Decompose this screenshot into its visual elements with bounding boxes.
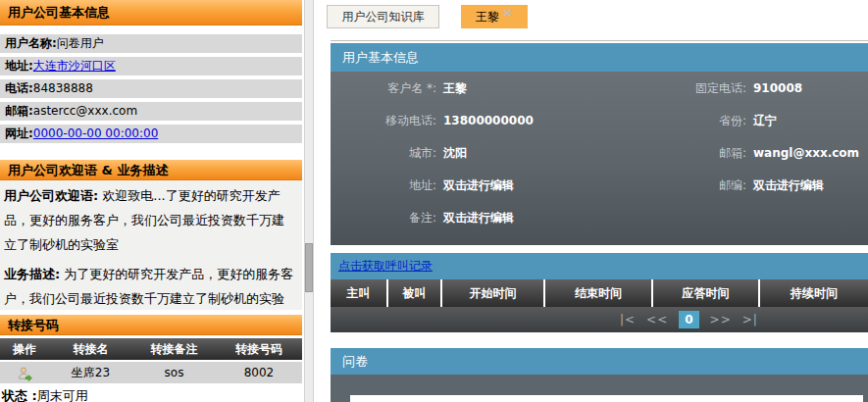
customer-name-value[interactable]: 王黎 <box>443 73 467 105</box>
pager-next-button[interactable]: >> <box>710 313 732 327</box>
company-phone-row: 电话:84838888 <box>0 79 302 98</box>
company-phone-label: 电话: <box>5 81 33 95</box>
welcome-label: 用户公司欢迎语: <box>4 188 98 203</box>
fixed-phone-label: 固定电话: <box>625 73 746 105</box>
field-zipcode: 邮编: 双击进行编辑 <box>625 170 868 202</box>
company-name-value: 问卷用户 <box>57 36 104 50</box>
tab-customer-wangli[interactable]: 王黎× <box>461 5 528 28</box>
company-address-link[interactable]: 大连市沙河口区 <box>33 59 116 73</box>
transfer-section-header: 转接号码 <box>0 315 302 335</box>
crm-screen: 用户公司基本信息 用户名称:问卷用户 地址:大连市沙河口区 电话:8483888… <box>0 0 868 402</box>
user-info-title: 用户基本信息 <box>342 50 419 65</box>
fetch-call-records-link[interactable]: 点击获取呼叫记录 <box>338 259 433 273</box>
field-address: 地址: 双击进行编辑 <box>331 170 625 202</box>
welcome-description-area: 用户公司欢迎语: 欢迎致电...了更好的研究开发产品，更好的服务客户，我们公司最… <box>0 180 302 310</box>
company-website-label: 网址: <box>5 126 33 140</box>
transfer-col-number: 转接号码 <box>216 338 302 360</box>
user-info-row: 地址: 双击进行编辑 邮编: 双击进行编辑 <box>331 170 868 202</box>
user-info-header: 用户基本信息 <box>331 43 868 72</box>
transfer-note-cell: sos <box>132 362 216 383</box>
remark-value[interactable]: 双击进行编辑 <box>443 202 514 234</box>
field-city: 城市: 沈阳 <box>331 137 625 170</box>
city-label: 城市: <box>331 137 436 170</box>
pager-current-page[interactable]: 0 <box>679 311 698 328</box>
col-duration: 持续时间 <box>758 279 868 307</box>
company-info-header: 用户公司基本信息 <box>0 0 302 25</box>
col-end-time: 结束时间 <box>543 279 651 307</box>
tab-company-knowledge-label: 用户公司知识库 <box>342 10 425 24</box>
email-value[interactable]: wangl@xxx.com <box>753 137 859 170</box>
business-paragraph: 业务描述: 为了更好的研究开发产品，更好的服务客户，我们公司最近投资数千万建立了… <box>4 262 294 310</box>
fixed-phone-value[interactable]: 910008 <box>753 73 802 105</box>
transfer-section-title: 转接号码 <box>8 318 59 332</box>
business-label: 业务描述: <box>4 267 60 281</box>
scrollbar-thumb[interactable] <box>305 243 313 292</box>
user-info-row: 备注: 双击进行编辑 <box>331 202 868 234</box>
transfer-col-note: 转接备注 <box>132 338 216 360</box>
remark-label: 备注: <box>331 202 436 234</box>
transfer-status-line: 状态 :周末可用 <box>0 387 302 402</box>
customer-name-label: 客户名 *: <box>331 73 436 105</box>
company-website-link[interactable]: 0000-00-00 00:00:00 <box>33 126 158 140</box>
company-email-label: 邮箱: <box>5 104 33 118</box>
field-email: 邮箱: wangl@xxx.com <box>625 137 868 170</box>
company-name-row: 用户名称:问卷用户 <box>0 34 302 53</box>
call-records-bar: 点击获取呼叫记录 <box>331 253 868 279</box>
company-info-title: 用户公司基本信息 <box>8 5 110 20</box>
questionnaire-content <box>350 395 863 402</box>
user-info-row: 移动电话: 13800000000 省份: 辽宁 <box>331 105 868 137</box>
company-address-label: 地址: <box>5 59 33 73</box>
address-value[interactable]: 双击进行编辑 <box>443 170 514 202</box>
questionnaire-title: 问卷 <box>342 354 368 369</box>
field-remark: 备注: 双击进行编辑 <box>331 202 625 234</box>
company-name-label: 用户名称: <box>5 36 57 50</box>
transfer-col-action: 操作 <box>0 338 49 360</box>
welcome-section-title: 用户公司欢迎语 & 业务描述 <box>8 163 168 177</box>
call-records-table-header: 主叫 被叫 开始时间 结束时间 应答时间 持续时间 <box>331 279 868 307</box>
user-go-icon[interactable] <box>17 366 32 381</box>
transfer-action-cell <box>0 362 49 383</box>
call-records-pager-row: |< << 0 >> >| <box>331 307 868 332</box>
pager-prev-button[interactable]: << <box>646 313 668 327</box>
province-value[interactable]: 辽宁 <box>753 105 777 137</box>
status-label: 状态 : <box>2 388 37 402</box>
col-callee: 被叫 <box>386 279 440 307</box>
user-info-panel: 用户基本信息 客户名 *: 王黎 固定电话: 910008 移动电话: 1380… <box>331 43 868 245</box>
transfer-number-cell: 8002 <box>216 362 302 383</box>
company-email-row: 邮箱:astercc@xxx.com <box>0 102 302 121</box>
tab-company-knowledge[interactable]: 用户公司知识库 <box>327 5 439 28</box>
transfer-name-cell: 坐席23 <box>49 362 132 383</box>
user-info-body: 客户名 *: 王黎 固定电话: 910008 移动电话: 13800000000… <box>331 72 868 245</box>
tab-customer-label: 王黎 <box>476 10 499 24</box>
welcome-section-header: 用户公司欢迎语 & 业务描述 <box>0 160 302 180</box>
col-start-time: 开始时间 <box>440 279 543 307</box>
province-label: 省份: <box>625 105 746 137</box>
pager-first-button[interactable]: |< <box>620 313 636 327</box>
city-value[interactable]: 沈阳 <box>443 137 467 170</box>
transfer-table-row: 坐席23 sos 8002 <box>0 362 302 383</box>
zipcode-value[interactable]: 双击进行编辑 <box>753 170 824 202</box>
field-customer-name: 客户名 *: 王黎 <box>331 73 625 105</box>
col-caller: 主叫 <box>331 279 386 307</box>
welcome-paragraph: 用户公司欢迎语: 欢迎致电...了更好的研究开发产品，更好的服务客户，我们公司最… <box>4 183 294 257</box>
close-icon[interactable]: × <box>502 5 513 20</box>
mobile-phone-value[interactable]: 13800000000 <box>443 105 534 137</box>
call-records-panel: 点击获取呼叫记录 主叫 被叫 开始时间 结束时间 应答时间 持续时间 |< <<… <box>331 253 868 332</box>
questionnaire-body <box>331 375 868 402</box>
content-divider <box>331 40 868 41</box>
pager-last-button[interactable]: >| <box>742 313 758 327</box>
pagination: |< << 0 >> >| <box>620 307 758 332</box>
user-info-row: 客户名 *: 王黎 固定电话: 910008 <box>331 73 868 105</box>
questionnaire-header: 问卷 <box>331 348 868 375</box>
user-info-row: 城市: 沈阳 邮箱: wangl@xxx.com <box>331 137 868 170</box>
left-panel-scrollbar[interactable] <box>304 0 314 402</box>
company-address-row: 地址:大连市沙河口区 <box>0 57 302 75</box>
col-answer-time: 应答时间 <box>651 279 758 307</box>
company-sidebar: 用户公司基本信息 用户名称:问卷用户 地址:大连市沙河口区 电话:8483888… <box>0 0 302 402</box>
email-label: 邮箱: <box>625 137 746 170</box>
field-fixed-phone: 固定电话: 910008 <box>625 73 868 105</box>
transfer-col-name: 转接名 <box>49 338 132 360</box>
company-website-row: 网址:0000-00-00 00:00:00 <box>0 125 302 143</box>
mobile-phone-label: 移动电话: <box>331 105 436 137</box>
zipcode-label: 邮编: <box>625 170 746 202</box>
